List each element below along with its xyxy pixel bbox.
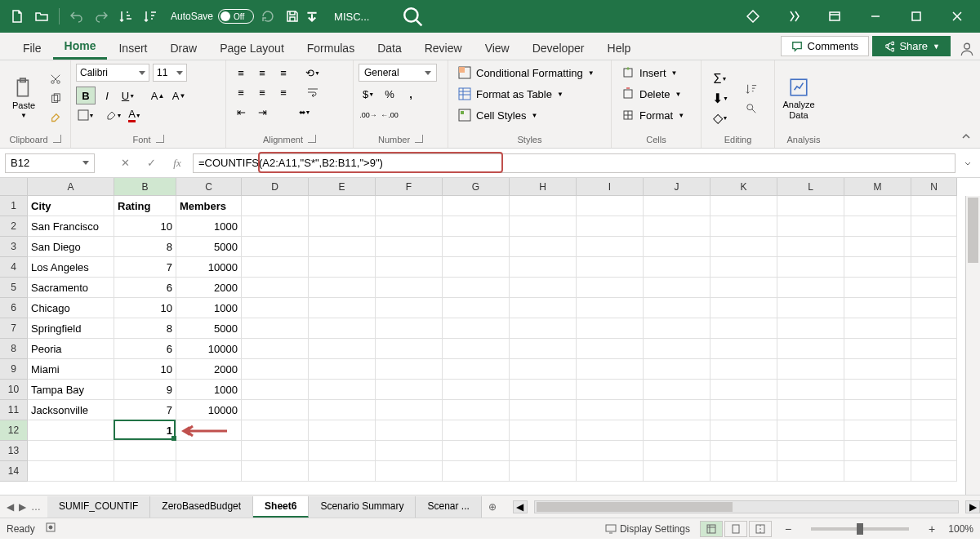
cell-D3[interactable] bbox=[242, 237, 309, 257]
column-header-H[interactable]: H bbox=[510, 178, 577, 196]
paste-button[interactable]: Paste ▼ bbox=[5, 64, 42, 133]
row-header-10[interactable]: 10 bbox=[0, 380, 28, 400]
cell-N5[interactable] bbox=[911, 278, 957, 298]
cell-G14[interactable] bbox=[443, 461, 510, 482]
cell-F8[interactable] bbox=[376, 339, 443, 359]
clear-icon[interactable]: ◇▼ bbox=[706, 109, 734, 127]
cell-G1[interactable] bbox=[443, 196, 510, 216]
cell-I12[interactable] bbox=[577, 420, 644, 441]
row-header-11[interactable]: 11 bbox=[0, 400, 28, 420]
cell-L4[interactable] bbox=[777, 257, 844, 278]
vertical-scrollbar[interactable] bbox=[965, 196, 980, 495]
cell-K12[interactable] bbox=[710, 420, 777, 441]
merge-icon[interactable]: ⬌▼ bbox=[282, 103, 327, 121]
align-right-icon[interactable]: ≡ bbox=[274, 83, 293, 101]
add-sheet-icon[interactable]: ⊕ bbox=[482, 501, 503, 513]
row-header-12[interactable]: 12 bbox=[0, 420, 28, 441]
cell-C8[interactable]: 10000 bbox=[176, 339, 242, 359]
cell-D12[interactable] bbox=[242, 420, 309, 441]
sort-filter-icon[interactable] bbox=[737, 80, 765, 98]
column-header-B[interactable]: B bbox=[114, 178, 176, 196]
undo-icon[interactable] bbox=[66, 6, 87, 27]
cell-L1[interactable] bbox=[777, 196, 844, 216]
account-icon[interactable] bbox=[954, 42, 980, 56]
cell-C5[interactable]: 2000 bbox=[176, 278, 242, 298]
column-header-M[interactable]: M bbox=[844, 178, 911, 196]
autosave-toggle[interactable]: AutoSave Off bbox=[171, 9, 254, 24]
align-bottom-icon[interactable]: ≡ bbox=[274, 64, 293, 82]
cell-F9[interactable] bbox=[376, 359, 443, 380]
cell-H3[interactable] bbox=[510, 237, 577, 257]
increase-indent-icon[interactable]: ⇥ bbox=[252, 103, 272, 121]
cell-F7[interactable] bbox=[376, 318, 443, 339]
hscroll-left-icon[interactable]: ◀ bbox=[513, 500, 528, 513]
column-header-E[interactable]: E bbox=[309, 178, 376, 196]
cell-E6[interactable] bbox=[309, 298, 376, 318]
cell-H13[interactable] bbox=[510, 441, 577, 461]
cell-B10[interactable]: 9 bbox=[114, 380, 176, 400]
tab-home[interactable]: Home bbox=[53, 34, 108, 60]
sheet-tab-3[interactable]: Scenario Summary bbox=[309, 496, 416, 518]
tab-developer[interactable]: Developer bbox=[521, 37, 596, 60]
cell-I9[interactable] bbox=[577, 359, 644, 380]
cell-D8[interactable] bbox=[242, 339, 309, 359]
cell-M10[interactable] bbox=[844, 380, 911, 400]
cell-H10[interactable] bbox=[510, 380, 577, 400]
select-all-corner[interactable] bbox=[0, 178, 28, 196]
cell-H5[interactable] bbox=[510, 278, 577, 298]
close-icon[interactable] bbox=[939, 0, 975, 33]
maximize-icon[interactable] bbox=[898, 0, 934, 33]
cell-H12[interactable] bbox=[510, 420, 577, 441]
qa-customize-icon[interactable] bbox=[306, 6, 318, 27]
cell-E14[interactable] bbox=[309, 461, 376, 482]
cell-B7[interactable]: 8 bbox=[114, 318, 176, 339]
cell-G10[interactable] bbox=[443, 380, 510, 400]
cell-I13[interactable] bbox=[577, 441, 644, 461]
cell-L11[interactable] bbox=[777, 400, 844, 420]
clipboard-launcher-icon[interactable] bbox=[53, 135, 61, 143]
cell-G13[interactable] bbox=[443, 441, 510, 461]
cell-G11[interactable] bbox=[443, 400, 510, 420]
italic-button[interactable]: I bbox=[97, 87, 117, 104]
column-header-N[interactable]: N bbox=[911, 178, 957, 196]
cell-B13[interactable] bbox=[114, 441, 176, 461]
cell-J11[interactable] bbox=[644, 400, 710, 420]
cell-H6[interactable] bbox=[510, 298, 577, 318]
row-header-7[interactable]: 7 bbox=[0, 318, 28, 339]
zoom-out-icon[interactable]: − bbox=[782, 522, 795, 535]
cell-N9[interactable] bbox=[911, 359, 957, 380]
sheet-tab-4[interactable]: Scenar ... bbox=[416, 496, 481, 518]
cell-L2[interactable] bbox=[777, 216, 844, 237]
currency-icon[interactable]: $▼ bbox=[359, 85, 378, 103]
cell-N1[interactable] bbox=[911, 196, 957, 216]
align-center-icon[interactable]: ≡ bbox=[252, 83, 272, 101]
cell-D14[interactable] bbox=[242, 461, 309, 482]
zoom-level[interactable]: 100% bbox=[948, 523, 973, 535]
cell-K2[interactable] bbox=[710, 216, 777, 237]
cell-B1[interactable]: Rating bbox=[114, 196, 176, 216]
cell-M12[interactable] bbox=[844, 420, 911, 441]
cell-styles-button[interactable]: Cell Styles▼ bbox=[453, 106, 606, 124]
cell-F11[interactable] bbox=[376, 400, 443, 420]
hscroll-right-icon[interactable]: ▶ bbox=[965, 500, 980, 513]
bold-button[interactable]: B bbox=[76, 87, 96, 104]
save-icon[interactable] bbox=[282, 6, 303, 27]
find-select-icon[interactable] bbox=[737, 100, 765, 118]
cell-L14[interactable] bbox=[777, 461, 844, 482]
cell-K14[interactable] bbox=[710, 461, 777, 482]
cell-E9[interactable] bbox=[309, 359, 376, 380]
cell-N8[interactable] bbox=[911, 339, 957, 359]
cell-E3[interactable] bbox=[309, 237, 376, 257]
cell-L8[interactable] bbox=[777, 339, 844, 359]
align-top-icon[interactable]: ≡ bbox=[231, 64, 251, 82]
cell-G6[interactable] bbox=[443, 298, 510, 318]
align-left-icon[interactable]: ≡ bbox=[231, 83, 251, 101]
sheet-nav-prev-icon[interactable]: ◀ bbox=[7, 501, 14, 513]
column-header-A[interactable]: A bbox=[28, 178, 114, 196]
open-icon[interactable] bbox=[31, 6, 52, 27]
cell-N7[interactable] bbox=[911, 318, 957, 339]
diamond-icon[interactable] bbox=[735, 0, 771, 33]
cell-D5[interactable] bbox=[242, 278, 309, 298]
increase-decimal-icon[interactable]: .00→ bbox=[359, 106, 378, 124]
cell-M6[interactable] bbox=[844, 298, 911, 318]
